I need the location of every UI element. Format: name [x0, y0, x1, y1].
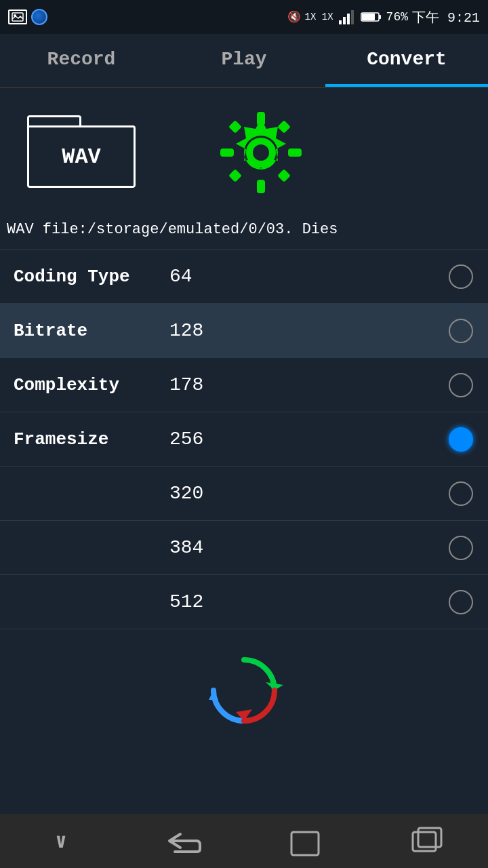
- radio-384[interactable]: [447, 536, 488, 560]
- status-icons: [8, 9, 47, 25]
- battery-icon: [361, 11, 382, 23]
- icons-row: WAV: [0, 95, 488, 210]
- value-512: 512: [163, 591, 447, 612]
- status-info: 🔇 1X 1X 76% 下午 9:21: [287, 8, 480, 26]
- mute-icon: 🔇: [287, 10, 301, 24]
- nav-back-button[interactable]: [156, 821, 210, 861]
- svg-rect-18: [277, 169, 291, 182]
- value-320: 320: [163, 483, 447, 504]
- tab-play[interactable]: Play: [163, 34, 325, 87]
- svg-point-10: [253, 144, 269, 161]
- wav-folder-icon[interactable]: WAV: [27, 115, 136, 190]
- settings-row-complexity[interactable]: Complexity 178: [0, 358, 488, 412]
- radio-empty-icon: [449, 264, 473, 289]
- svg-rect-5: [351, 10, 354, 24]
- svg-marker-20: [209, 690, 218, 700]
- radio-coding-type[interactable]: [447, 264, 488, 289]
- svg-rect-7: [379, 15, 381, 19]
- radio-complexity[interactable]: [447, 373, 488, 397]
- radio-512[interactable]: [447, 590, 488, 614]
- settings-row-framesize[interactable]: Framesize 256: [0, 412, 488, 467]
- radio-empty-icon: [449, 536, 473, 560]
- radio-empty-icon: [449, 319, 473, 343]
- file-path: WAV file:/storage/emulated/0/03. Dies: [0, 210, 488, 250]
- svg-rect-14: [288, 149, 302, 157]
- nav-home-button[interactable]: [278, 821, 332, 861]
- settings-row-384[interactable]: 384: [0, 521, 488, 575]
- settings-row-320[interactable]: 320: [0, 467, 488, 521]
- radio-framesize-256[interactable]: [447, 427, 488, 452]
- svg-rect-15: [228, 120, 242, 134]
- value-bitrate: 128: [163, 320, 447, 341]
- svg-rect-16: [277, 120, 291, 134]
- radio-bitrate[interactable]: [447, 319, 488, 343]
- time: 下午 9:21: [412, 8, 480, 26]
- value-384: 384: [163, 537, 447, 558]
- svg-rect-17: [228, 169, 242, 182]
- status-bar: 🔇 1X 1X 76% 下午 9:21: [0, 0, 488, 34]
- recents-icon: [410, 825, 444, 856]
- settings-table: Coding Type 64 Bitrate 128 Complexity 17…: [0, 250, 488, 629]
- settings-gear-icon[interactable]: [217, 108, 305, 197]
- signal-icon: [338, 9, 357, 24]
- chevron-down-icon: ∨: [55, 829, 67, 854]
- radio-empty-icon: [449, 590, 473, 614]
- svg-rect-2: [339, 20, 342, 24]
- settings-row-512[interactable]: 512: [0, 575, 488, 629]
- tab-record[interactable]: Record: [0, 34, 163, 87]
- settings-row-bitrate[interactable]: Bitrate 128: [0, 304, 488, 358]
- bottom-navigation: ∨: [0, 814, 488, 868]
- svg-rect-8: [362, 14, 375, 20]
- svg-rect-12: [257, 180, 265, 193]
- svg-rect-22: [291, 832, 319, 855]
- value-complexity: 178: [163, 374, 447, 395]
- svg-rect-13: [220, 149, 234, 157]
- radio-filled-icon: [449, 427, 473, 452]
- network-text: 1X 1X: [305, 12, 333, 22]
- radio-320[interactable]: [447, 481, 488, 506]
- value-coding-type: 64: [163, 266, 447, 287]
- nav-recents-button[interactable]: [400, 821, 454, 861]
- folder-body: WAV: [27, 125, 136, 188]
- label-bitrate: Bitrate: [0, 321, 163, 341]
- svg-rect-11: [257, 112, 265, 125]
- image-icon: [8, 9, 27, 24]
- battery-percent: 76%: [386, 10, 408, 24]
- value-framesize-256: 256: [163, 429, 447, 450]
- label-coding-type: Coding Type: [0, 267, 163, 287]
- globe-icon: [31, 9, 47, 25]
- label-complexity: Complexity: [0, 375, 163, 395]
- svg-rect-4: [347, 14, 350, 24]
- radio-empty-icon: [449, 373, 473, 397]
- back-arrow-icon: [163, 829, 203, 853]
- svg-rect-3: [343, 17, 346, 24]
- convert-section: [0, 629, 488, 745]
- convert-icon[interactable]: [203, 650, 285, 731]
- home-icon: [288, 825, 322, 856]
- tab-convert[interactable]: Convert: [325, 34, 488, 87]
- wav-label: WAV: [62, 144, 101, 170]
- settings-row-coding-type[interactable]: Coding Type 64: [0, 250, 488, 304]
- radio-empty-icon: [449, 481, 473, 506]
- svg-rect-24: [418, 828, 441, 847]
- nav-chevron-button[interactable]: ∨: [34, 821, 88, 861]
- main-content: WAV WAV file:/storage/emulated/0/03. Die…: [0, 88, 488, 819]
- svg-rect-23: [413, 832, 436, 851]
- tabs-bar: Record Play Convert: [0, 34, 488, 88]
- label-framesize: Framesize: [0, 429, 163, 450]
